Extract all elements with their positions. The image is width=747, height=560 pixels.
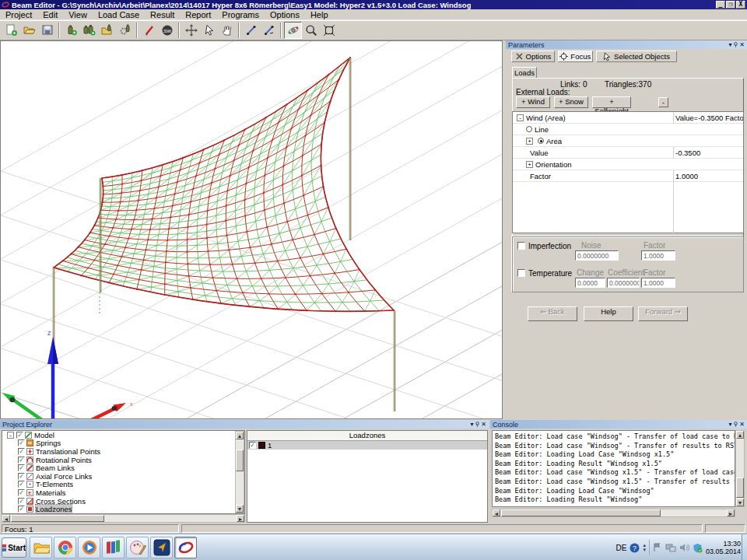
toolbar-button-save[interactable] — [38, 22, 56, 39]
tree-item-materials[interactable]: ✓EMaterials — [2, 488, 244, 497]
menu-view[interactable]: View — [63, 9, 93, 20]
tray-clock[interactable]: 13:30 03.05.2014 — [706, 540, 741, 555]
property-row[interactable]: -Wind (Area)Value=-0.3500 Factor=1.0000 — [513, 112, 743, 124]
radio-line[interactable] — [526, 126, 532, 132]
radio-area[interactable] — [538, 138, 544, 144]
back-button[interactable]: ⇐ Back — [528, 306, 577, 321]
remove-load-button[interactable]: - — [658, 97, 668, 107]
tree-item-axial-force-links[interactable]: ✓Axial Force Links — [2, 472, 244, 481]
tree-horizontal-scrollbar[interactable]: ◄ ► — [2, 514, 245, 523]
menu-project[interactable]: Project — [0, 9, 37, 20]
add-wind-button[interactable]: + Wind — [516, 96, 550, 108]
collapse-icon[interactable]: - — [7, 432, 14, 439]
toolbar-button-measure-link2[interactable] — [260, 22, 278, 39]
taskbar-app-media-player[interactable] — [78, 537, 100, 558]
chevron-down-icon[interactable]: ▾ — [728, 41, 731, 48]
menu-edit[interactable]: Edit — [37, 9, 63, 20]
property-value[interactable]: -0.3500 — [673, 147, 743, 159]
chevron-down-icon[interactable]: ▾ — [470, 421, 473, 428]
forward-button[interactable]: Forward ⇒ — [638, 306, 688, 321]
toolbar-button-loadcase-open[interactable] — [98, 22, 116, 39]
volume-tray-icon[interactable] — [679, 543, 689, 552]
start-button[interactable]: Start — [2, 537, 26, 558]
loadzone-checkbox[interactable]: ✓ — [249, 442, 256, 449]
chevron-down-icon[interactable]: ▾ — [728, 421, 731, 428]
toolbar-button-zoom-extents[interactable] — [320, 22, 338, 39]
collapse-icon[interactable]: - — [517, 114, 524, 121]
imperfection-factor-input[interactable]: 1.0000 — [641, 250, 675, 261]
tree-item-beam-links[interactable]: ✓Beam Links — [2, 464, 244, 472]
menu-report[interactable]: Report — [180, 9, 216, 20]
close-icon[interactable]: ✕ — [739, 41, 745, 48]
tab-focus[interactable]: Focus — [558, 51, 593, 62]
menu-result[interactable]: Result — [145, 9, 180, 20]
tree-checkbox[interactable]: ✓ — [18, 473, 25, 480]
model-tree[interactable]: -✓Model✓Springs✓Translational Points✓Rot… — [2, 430, 245, 514]
parameters-header[interactable]: Parameters ▾ ⚲ ✕ — [506, 40, 747, 49]
minimize-button[interactable]: _ — [716, 1, 725, 9]
project-explorer-header[interactable]: Project Explorer ▾ ⚲ ✕ — [0, 420, 489, 429]
close-button[interactable]: X — [736, 1, 745, 9]
taskbar-app-navigator[interactable] — [150, 537, 173, 558]
tree-vertical-scrollbar[interactable]: ▲ ▼ — [235, 431, 244, 513]
toolbar-button-new-file[interactable] — [2, 22, 20, 39]
pin-icon[interactable]: ⚲ — [733, 41, 738, 48]
tree-item-model[interactable]: -✓Model — [2, 431, 244, 439]
console-header[interactable]: Console ▾ ⚲ ✕ — [490, 420, 747, 429]
property-row[interactable]: Value-0.3500 — [513, 147, 743, 159]
expand-icon[interactable]: + — [526, 138, 533, 145]
tree-item-rotational-points[interactable]: ✓Rotational Points — [2, 456, 244, 464]
menu-options[interactable]: Options — [265, 9, 305, 20]
tab-loads[interactable]: Loads — [512, 67, 537, 78]
title-bar[interactable]: Beam Editor - G:\Synch\Archiv\Arbeit\Pla… — [0, 0, 747, 9]
add-selfweight-button[interactable]: + Selfweight — [592, 96, 631, 108]
pin-icon[interactable]: ⚲ — [733, 421, 738, 428]
toolbar-button-loadcase-multi-add[interactable] — [80, 22, 98, 39]
tab-options[interactable]: Options — [511, 51, 555, 62]
toolbar-button-orbit[interactable] — [284, 22, 302, 39]
noise-input[interactable]: 0.0000000 — [575, 250, 619, 261]
imperfection-checkbox[interactable] — [517, 242, 525, 250]
show-desktop-button[interactable] — [742, 534, 747, 560]
close-icon[interactable]: ✕ — [481, 421, 486, 428]
menu-load-case[interactable]: Load Case — [93, 9, 145, 20]
toolbar-button-open-folder[interactable] — [20, 22, 38, 39]
help-tray-icon[interactable]: ? — [630, 543, 640, 553]
tree-item-translational-points[interactable]: ✓Translational Points — [2, 447, 244, 456]
menu-help[interactable]: Help — [305, 9, 334, 20]
taskbar-app-chrome[interactable] — [54, 537, 76, 558]
tree-checkbox[interactable]: ✓ — [18, 439, 25, 446]
close-icon[interactable]: ✕ — [739, 421, 745, 428]
taskbar-app-file-explorer[interactable] — [30, 537, 52, 558]
tree-item-cross-sections[interactable]: ✓Cross Sections — [2, 497, 244, 506]
coefficient-input[interactable]: 0.0000000 — [607, 278, 640, 288]
safety-tray-icon[interactable] — [693, 543, 703, 553]
change-input[interactable]: 0.0000 — [575, 278, 605, 288]
restore-button[interactable]: ❐ — [726, 1, 735, 9]
toolbar-button-measure-link[interactable] — [242, 22, 260, 39]
property-row[interactable]: Line — [513, 124, 743, 135]
toolbar-button-move-crosshair[interactable] — [182, 22, 200, 39]
tree-item-loadzones[interactable]: ✓Loadzones — [2, 505, 244, 513]
toolbar-button-loadcase-gear[interactable] — [116, 22, 134, 39]
property-row[interactable]: +Area — [513, 135, 743, 147]
tree-checkbox[interactable]: ✓ — [18, 464, 25, 471]
taskbar-app-paint[interactable] — [126, 537, 149, 558]
toolbar-button-sw-circle[interactable]: SW — [158, 22, 176, 39]
loadzones-list[interactable]: Loadzones ✓ 1 — [247, 430, 488, 523]
menu-programs[interactable]: Programs — [216, 9, 265, 20]
tree-checkbox[interactable]: ✓ — [18, 506, 25, 513]
tree-checkbox[interactable]: ✓ — [18, 498, 25, 505]
tree-checkbox[interactable]: ✓ — [18, 481, 25, 488]
add-snow-button[interactable]: + Snow — [554, 96, 588, 108]
console-vertical-scrollbar[interactable]: ▲ ▼ — [735, 430, 745, 507]
flag-tray-icon[interactable] — [653, 543, 662, 552]
toolbar-button-pan-hand[interactable] — [218, 22, 236, 39]
expand-icon[interactable]: + — [526, 161, 533, 168]
tab-selected-objects[interactable]: Selected Objects — [596, 51, 677, 62]
property-value[interactable]: Value=-0.3500 Factor=1.0000 — [673, 112, 743, 124]
console-horizontal-scrollbar[interactable]: ◄ ► — [492, 509, 735, 517]
tree-checkbox[interactable]: ✓ — [18, 457, 25, 464]
toolbar-button-zoom-magnifier[interactable] — [302, 22, 320, 39]
loadzone-row[interactable]: ✓ 1 — [247, 441, 487, 450]
